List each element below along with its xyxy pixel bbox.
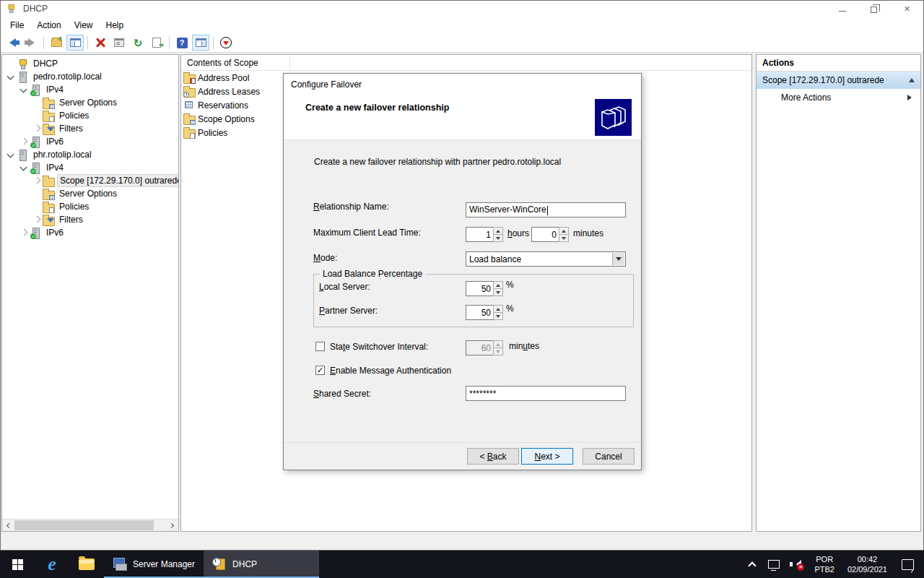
tree-item-ipv6-pedro[interactable]: ✓ IPv6 <box>2 135 178 148</box>
tree-item-ipv4-phr[interactable]: ✓ IPv4 <box>2 161 178 174</box>
results-column-header[interactable]: Contents of Scope <box>181 55 751 71</box>
mode-dropdown[interactable]: Load balance <box>466 251 626 267</box>
language-indicator[interactable]: POR PTB2 <box>810 554 839 574</box>
language-code: POR <box>816 554 833 564</box>
refresh-button[interactable]: ↻ <box>129 35 147 51</box>
chevron-right-icon[interactable] <box>31 123 43 134</box>
desktop: DHCP × File Action View Help ↻ ? <box>0 0 924 578</box>
close-icon: × <box>904 4 910 14</box>
spin-down-button[interactable] <box>494 289 502 296</box>
tree-item-label: pedro.rotolip.local <box>31 71 104 82</box>
export-list-button[interactable] <box>148 35 165 51</box>
menu-view[interactable]: View <box>68 18 100 33</box>
help-button[interactable]: ? <box>173 35 191 51</box>
action-center-button[interactable] <box>902 559 914 570</box>
tree-item-server-options-phr[interactable]: Server Options <box>2 187 178 200</box>
chevron-down-icon[interactable] <box>18 84 30 95</box>
internet-explorer-button[interactable]: e <box>35 551 69 578</box>
up-one-level-button[interactable] <box>48 35 65 51</box>
chevron-down-icon[interactable] <box>5 149 17 160</box>
dhcp-taskbar-button[interactable]: DHCP <box>204 551 319 578</box>
volume-muted-icon[interactable]: × <box>790 559 803 569</box>
title-bar: DHCP × <box>1 1 923 17</box>
collapse-arrow-icon[interactable] <box>909 75 915 82</box>
spin-down-button[interactable] <box>494 313 502 319</box>
file-explorer-button[interactable] <box>69 551 104 578</box>
delete-button[interactable] <box>92 35 109 51</box>
clock[interactable]: 00:42 02/09/2021 <box>843 554 892 574</box>
back-button[interactable] <box>4 35 21 51</box>
spin-up-button <box>494 341 502 348</box>
state-switchover-checkbox[interactable] <box>315 342 325 351</box>
menu-help[interactable]: Help <box>100 18 131 33</box>
attach-button[interactable] <box>217 35 235 51</box>
menu-action[interactable]: Action <box>30 18 67 33</box>
more-actions-item[interactable]: More Actions <box>757 89 920 106</box>
up-arrow-icon <box>496 228 500 233</box>
scroll-right-button[interactable] <box>166 519 178 531</box>
chevron-down-icon[interactable] <box>5 71 17 82</box>
spin-up-button[interactable] <box>559 228 568 235</box>
spin-up-button[interactable] <box>494 228 502 235</box>
tree-item-ipv6-phr[interactable]: ✓ IPv6 <box>2 226 178 239</box>
actions-scope-section[interactable]: Scope [172.29.170.0] outrarede <box>757 72 920 89</box>
properties-button[interactable] <box>110 35 128 51</box>
cancel-button[interactable]: Cancel <box>583 448 635 465</box>
sheet-overlay-icon <box>49 116 54 122</box>
next-button[interactable]: Next > <box>521 448 573 465</box>
back-button[interactable]: < Back <box>467 448 519 465</box>
show-action-pane-button[interactable] <box>192 35 209 51</box>
mclt-minutes-value[interactable]: 0 <box>531 227 559 242</box>
tree-item-filters-pedro[interactable]: Filters <box>2 122 178 135</box>
chevron-right-icon[interactable] <box>31 175 43 186</box>
tree-item-scope-outrarede[interactable]: Scope [172.29.170.0] outrarede <box>2 174 178 187</box>
shared-secret-label: Shared Secret: <box>313 389 371 399</box>
server-manager-taskbar-button[interactable]: Server Manager <box>104 551 204 578</box>
mode-selected-value: Load balance <box>469 254 521 264</box>
tree-item-dhcp-root[interactable]: DHCP <box>2 57 178 70</box>
show-hidden-icons-button[interactable] <box>749 561 757 569</box>
close-button[interactable]: × <box>891 1 923 17</box>
tree-item-policies-phr[interactable]: Policies <box>2 200 178 213</box>
tree-item-policies-pedro[interactable]: Policies <box>2 109 178 122</box>
tree-item-ipv4-pedro[interactable]: ✓ IPv4 <box>2 83 178 96</box>
network-icon[interactable] <box>768 560 780 569</box>
message-auth-checkbox[interactable]: ✓ <box>315 366 325 375</box>
tree-item-server-phr[interactable]: phr.rotolip.local <box>2 148 178 161</box>
scroll-left-button[interactable] <box>2 519 14 531</box>
forward-button[interactable] <box>22 35 40 51</box>
mclt-minutes-spinner[interactable]: 0 <box>531 227 569 242</box>
chevron-right-icon[interactable] <box>18 227 30 238</box>
menu-file[interactable]: File <box>4 18 30 33</box>
more-actions-label: More Actions <box>781 92 831 103</box>
tree-item-filters-phr[interactable]: Filters <box>2 213 178 226</box>
list-item-label: Address Leases <box>198 87 260 97</box>
tree-item-label: IPv6 <box>44 136 66 147</box>
show-console-tree-button[interactable] <box>66 35 84 51</box>
mclt-hours-spinner[interactable]: 1 <box>466 227 503 242</box>
switchover-interval-value: 60 <box>466 340 493 355</box>
mclt-hours-value[interactable]: 1 <box>466 227 493 242</box>
chevron-right-icon[interactable] <box>18 136 30 147</box>
tree-item-server-options-pedro[interactable]: Server Options <box>2 96 178 109</box>
restore-button[interactable] <box>858 1 891 17</box>
chevron-down-icon[interactable] <box>18 162 30 173</box>
spin-down-button[interactable] <box>559 235 568 241</box>
relationship-name-input[interactable]: WinServer-WinCore <box>466 202 626 217</box>
tree-item-label: IPv6 <box>44 227 66 238</box>
dropdown-button[interactable] <box>612 253 624 265</box>
spin-down-button[interactable] <box>494 235 502 241</box>
shared-secret-input[interactable]: ******** <box>466 386 626 401</box>
spin-up-button[interactable] <box>494 282 502 289</box>
local-server-spinner[interactable]: 50 <box>466 281 503 296</box>
partner-server-value[interactable]: 50 <box>466 305 493 320</box>
scrollbar-thumb[interactable] <box>14 520 154 530</box>
spin-up-button[interactable] <box>494 306 502 313</box>
partner-server-spinner[interactable]: 50 <box>466 305 503 320</box>
start-button[interactable] <box>0 551 35 578</box>
tree-item-server-pedro[interactable]: pedro.rotolip.local <box>2 70 178 83</box>
chevron-right-icon[interactable] <box>31 214 43 225</box>
minimize-button[interactable] <box>826 1 858 17</box>
horizontal-scrollbar[interactable] <box>2 519 178 531</box>
local-server-value[interactable]: 50 <box>466 281 493 296</box>
